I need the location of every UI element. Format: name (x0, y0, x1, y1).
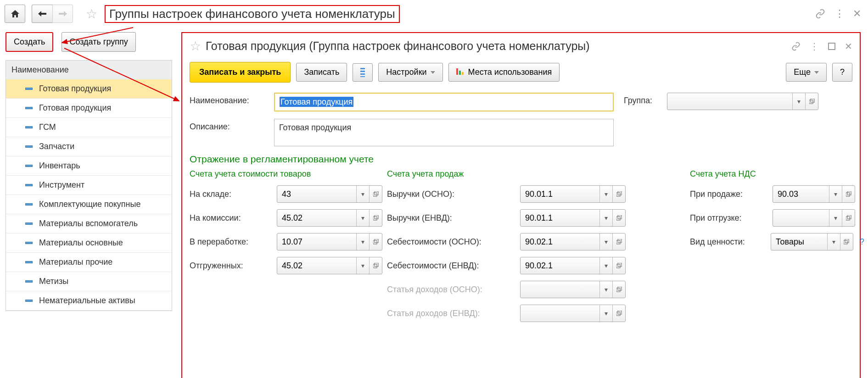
dropdown-button[interactable]: ▾ (599, 233, 612, 250)
more-dropdown[interactable]: Еще (786, 63, 827, 82)
open-button[interactable] (612, 257, 625, 274)
open-button[interactable] (842, 186, 855, 202)
svg-rect-20 (618, 263, 622, 267)
list-item[interactable]: Комплектующие покупные (6, 195, 172, 214)
account-select[interactable]: ▾ (520, 257, 626, 274)
account-select[interactable]: ▾ (520, 233, 626, 250)
open-button[interactable] (612, 186, 625, 202)
dropdown-button[interactable]: ▾ (827, 233, 840, 250)
dropdown-button[interactable]: ▾ (356, 210, 369, 226)
child-kebab-icon[interactable]: ⋮ (810, 41, 819, 52)
list-item-label: Готовая продукция (39, 103, 111, 113)
account-select[interactable]: ▾ (773, 209, 855, 227)
account-select[interactable]: ▾ (520, 209, 626, 227)
open-button[interactable] (840, 233, 853, 250)
list-item[interactable]: Нематериальные активы (6, 291, 172, 311)
list-item[interactable]: Запчасти (6, 137, 172, 156)
dropdown-button[interactable]: ▾ (599, 257, 612, 274)
account-select[interactable]: ▾ (520, 305, 626, 322)
list-item[interactable]: ГСМ (6, 118, 172, 137)
create-button[interactable]: Создать (6, 32, 53, 52)
list-item-label: Материалы основные (39, 238, 123, 248)
dropdown-button[interactable]: ▾ (356, 186, 369, 202)
dropdown-button[interactable]: ▾ (599, 186, 612, 202)
group-select[interactable]: ▾ (667, 93, 818, 110)
dropdown-button[interactable]: ▾ (829, 210, 842, 226)
account-label: В переработке: (190, 237, 272, 247)
open-button[interactable] (805, 93, 818, 110)
list-item-label: Запчасти (39, 142, 74, 151)
svg-rect-5 (373, 193, 377, 196)
help-button[interactable]: ? (832, 63, 852, 82)
list-item[interactable]: Инструмент (6, 176, 172, 195)
account-select[interactable]: ▾ (277, 257, 382, 274)
open-button[interactable] (612, 305, 625, 322)
dropdown-button[interactable]: ▾ (599, 305, 612, 322)
dropdown-button[interactable]: ▾ (356, 233, 369, 250)
child-maximize-icon[interactable] (828, 43, 835, 50)
item-icon (25, 261, 33, 263)
link-icon[interactable] (815, 9, 825, 19)
save-and-close-button[interactable]: Записать и закрыть (190, 62, 291, 83)
svg-rect-12 (375, 263, 378, 267)
account-select[interactable]: ▾ (277, 233, 382, 250)
report-button[interactable] (353, 63, 373, 82)
list-item[interactable]: Готовая продукция (6, 99, 172, 118)
list-item[interactable]: Готовая продукция (6, 79, 172, 99)
list-item[interactable]: Материалы прочие (6, 253, 172, 272)
name-input[interactable]: Готовая продукция (274, 93, 614, 111)
chart-icon (456, 68, 464, 75)
svg-rect-27 (846, 217, 850, 220)
account-select[interactable]: ▾ (773, 185, 855, 203)
open-button[interactable] (369, 257, 382, 274)
close-icon[interactable]: ✕ (853, 8, 861, 20)
open-button[interactable] (612, 281, 625, 298)
list-item[interactable]: Метизы (6, 272, 172, 291)
svg-rect-9 (373, 240, 377, 244)
open-button[interactable] (612, 233, 625, 250)
home-button[interactable] (5, 5, 25, 23)
favorite-star-icon[interactable]: ☆ (86, 6, 97, 22)
dropdown-button[interactable]: ▾ (829, 186, 842, 202)
account-select[interactable]: ▾ (520, 185, 626, 203)
child-favorite-star-icon[interactable]: ☆ (190, 39, 201, 54)
desc-label: Описание: (190, 119, 268, 132)
help-icon[interactable]: ? (860, 237, 864, 247)
back-button[interactable] (32, 5, 52, 23)
child-link-icon[interactable] (791, 42, 801, 51)
child-close-icon[interactable]: ✕ (845, 41, 852, 52)
svg-rect-6 (375, 191, 378, 195)
account-select[interactable]: ▾ (277, 209, 382, 227)
dropdown-button[interactable]: ▾ (599, 210, 612, 226)
list-item[interactable]: Материалы основные (6, 233, 172, 253)
open-button[interactable] (842, 210, 855, 226)
forward-button[interactable] (52, 5, 73, 23)
account-row: При продаже:▾ (690, 185, 864, 203)
account-label: Отгруженных: (190, 261, 272, 271)
subsection-sales: Счета учета продаж (387, 169, 690, 179)
dropdown-button[interactable]: ▾ (792, 93, 805, 110)
create-group-button[interactable]: Создать группу (62, 32, 135, 52)
svg-rect-24 (618, 311, 622, 314)
account-label: На комиссии: (190, 213, 272, 223)
account-select[interactable]: ▾ (520, 281, 626, 298)
desc-input[interactable]: Готовая продукция (274, 119, 614, 146)
svg-rect-17 (616, 240, 620, 244)
list-item-label: Инструмент (39, 180, 84, 190)
list-item-label: Метизы (39, 277, 68, 286)
open-button[interactable] (369, 210, 382, 226)
list-item-label: Инвентарь (39, 161, 80, 171)
usage-button[interactable]: Места использования (448, 63, 560, 82)
settings-dropdown[interactable]: Настройки (378, 63, 442, 82)
account-select[interactable]: ▾ (771, 233, 853, 250)
kebab-menu-icon[interactable]: ⋮ (834, 8, 844, 20)
list-item[interactable]: Материалы вспомогатель (6, 214, 172, 233)
open-button[interactable] (369, 186, 382, 202)
save-button[interactable]: Записать (296, 63, 347, 82)
open-button[interactable] (369, 233, 382, 250)
dropdown-button[interactable]: ▾ (599, 281, 612, 298)
list-item[interactable]: Инвентарь (6, 156, 172, 176)
open-button[interactable] (612, 210, 625, 226)
account-select[interactable]: ▾ (277, 185, 382, 203)
dropdown-button[interactable]: ▾ (356, 257, 369, 274)
